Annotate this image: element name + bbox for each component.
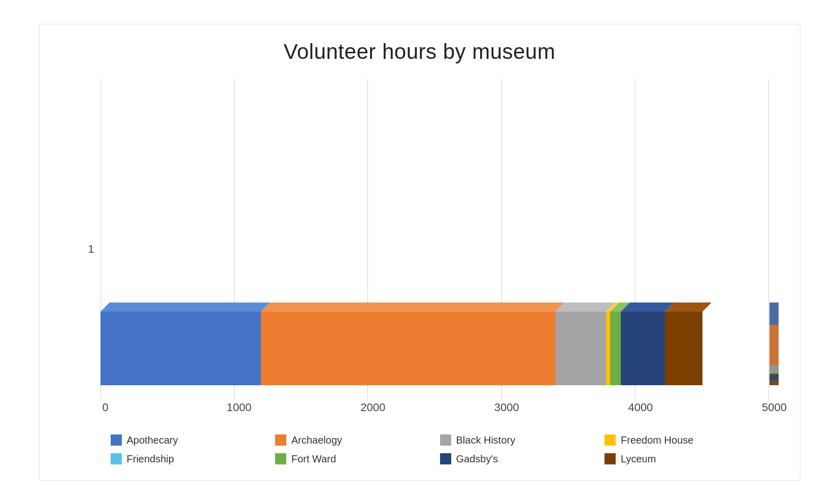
bar-top-segment-archaelogy: [261, 303, 564, 312]
legend-swatch-friendship: [111, 453, 122, 464]
legend-swatch-gadsby's: [440, 453, 451, 464]
legend-label-fort-ward: Fort Ward: [291, 453, 336, 465]
x-label-5000: 5000: [759, 401, 790, 414]
bar-main: [100, 312, 769, 385]
legend-item-friendship: Friendship: [111, 453, 276, 465]
plot-area: 010002000300040005000: [100, 79, 769, 419]
chart-container: Volunteer hours by museum 1: [39, 24, 800, 481]
bar-segment-freedom-house: [606, 312, 610, 385]
bar-3d-right: [769, 303, 779, 385]
x-label-2000: 2000: [358, 401, 388, 414]
chart-title: Volunteer hours by museum: [70, 40, 769, 64]
bar-segment-black-history: [555, 312, 606, 385]
bars-wrapper: [100, 303, 769, 394]
legend-swatch-apothecary: [111, 434, 122, 446]
chart-body: 1: [70, 79, 769, 419]
legend-swatch-freedom-house: [605, 434, 616, 446]
bar-segment-lyceum: [665, 312, 702, 385]
x-label-0: 0: [90, 401, 121, 414]
bar-top-segment-apothecary: [100, 303, 270, 312]
legend-item-apothecary: Apothecary: [111, 434, 276, 446]
legend-label-freedom-house: Freedom House: [621, 434, 693, 446]
legend-item-black-history: Black History: [440, 434, 605, 446]
legend-item-freedom-house: Freedom House: [605, 434, 769, 446]
bar-top-segment-black-history: [555, 303, 615, 312]
legend-label-apothecary: Apothecary: [127, 434, 178, 446]
legend-swatch-lyceum: [605, 453, 616, 464]
bar-segment-fort-ward: [610, 312, 621, 385]
legend-item-gadsby's: Gadsby's: [440, 453, 605, 465]
bar-segment-apothecary: [100, 312, 261, 385]
legend-label-gadsby's: Gadsby's: [456, 453, 498, 465]
legend-row-0: ApothecaryArchaelogyBlack HistoryFreedom…: [111, 434, 769, 446]
legend-item-lyceum: Lyceum: [605, 453, 769, 465]
legend-label-friendship: Friendship: [127, 453, 174, 465]
legend-item-fort-ward: Fort Ward: [275, 453, 440, 465]
x-label-1000: 1000: [224, 401, 254, 414]
legend-swatch-archaelogy: [275, 434, 286, 446]
x-label-4000: 4000: [625, 401, 656, 414]
bar-segment-archaelogy: [261, 312, 555, 385]
legend-item-archaelogy: Archaelogy: [275, 434, 440, 446]
bar-right-face: [769, 303, 779, 385]
chart-area: 1: [70, 79, 769, 419]
legend-swatch-fort-ward: [275, 453, 286, 464]
y-axis-label: 1: [70, 79, 100, 419]
bar-3d-top: [100, 303, 769, 312]
legend-label-lyceum: Lyceum: [621, 453, 656, 465]
legend-label-black-history: Black History: [456, 434, 516, 446]
bar-segment-gadsby's: [621, 312, 665, 385]
x-label-3000: 3000: [491, 401, 522, 414]
legend-label-archaelogy: Archaelogy: [291, 434, 342, 446]
legend-row-1: FriendshipFort WardGadsby'sLyceum: [111, 453, 769, 465]
legend: ApothecaryArchaelogyBlack HistoryFreedom…: [70, 434, 769, 465]
x-axis: 010002000300040005000: [100, 401, 769, 419]
legend-swatch-black-history: [440, 434, 451, 446]
